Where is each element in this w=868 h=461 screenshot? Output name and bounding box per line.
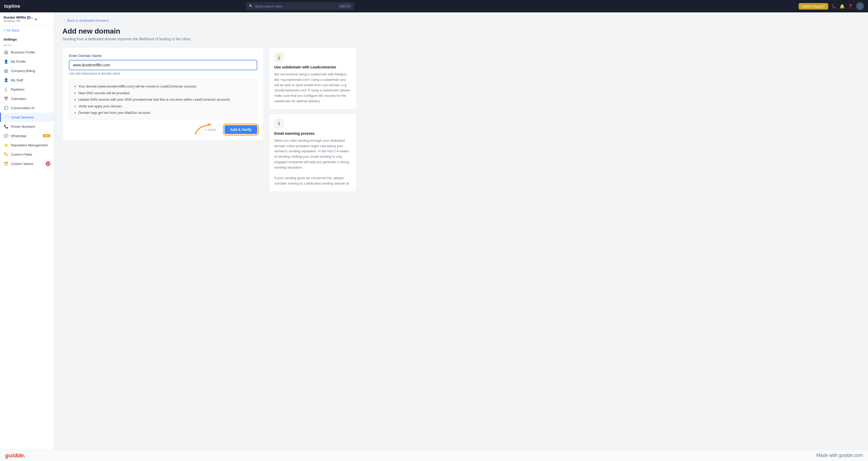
search-placeholder: Quick search here xyxy=(255,4,282,8)
domain-input-label: Enter Domain Name xyxy=(69,54,257,58)
domain-name-input[interactable] xyxy=(69,60,257,70)
sidebar-section-title: Settings xyxy=(0,35,54,42)
search-bar[interactable]: 🔍 Quick search here Ctrl + K xyxy=(246,2,354,10)
phone-icon-button[interactable]: 📞 xyxy=(831,4,837,9)
sidebar-item-label: My Staff xyxy=(11,78,50,82)
sidebar: Dunder Mifflin [D... Scranton, PA < Go B… xyxy=(0,12,54,450)
workspace-location: Scranton, PA xyxy=(4,19,34,23)
previous-button[interactable]: « vious xyxy=(199,125,221,134)
sidebar-item-calendars[interactable]: 📅 Calendars xyxy=(0,94,54,103)
sidebar-item-email-services[interactable]: ✉️ Email Services xyxy=(0,113,54,122)
reputation-management-icon: ⭐ xyxy=(4,143,8,147)
notification-bell-button[interactable]: 🔔 xyxy=(840,4,845,9)
form-layout: Enter Domain Name Use only lowercases in… xyxy=(62,47,860,192)
sidebar-item-pipelines[interactable]: ⣿ Pipelines xyxy=(0,85,54,94)
help-button[interactable]: ❓ xyxy=(848,4,853,9)
info-bullet-5: Domain logs get lost from your MailGun a… xyxy=(79,110,252,115)
sidebar-item-label: Custom Values xyxy=(11,162,43,166)
main-layout: Dunder Mifflin [D... Scranton, PA < Go B… xyxy=(0,12,868,450)
pipelines-icon: ⣿ xyxy=(4,87,8,92)
sidebar-item-whatsapp[interactable]: 💬 WhatsApp beta xyxy=(0,131,54,141)
top-navigation: topline 🔍 Quick search here Ctrl + K top… xyxy=(0,0,868,12)
info-bullet-3: Update DNS records with your DNS provide… xyxy=(79,97,252,102)
custom-values-notification-badge: 13 xyxy=(46,161,50,166)
sidebar-item-label: Phone Numbers xyxy=(11,125,50,128)
page-title: Add new domain xyxy=(62,27,860,35)
domain-form-card: Enter Domain Name Use only lowercases in… xyxy=(62,47,264,141)
whatsapp-beta-badge: beta xyxy=(43,134,50,137)
back-link-label: Back to Dedicated Domains xyxy=(67,19,108,23)
page-subtitle: Sending from a dedicated domain improves… xyxy=(62,37,860,41)
domain-info-list: Your domain [www.dundermifflin.com] will… xyxy=(74,84,252,115)
subdomain-info-body: We recommend using a subdomain with Mail… xyxy=(274,72,351,104)
workspace-selector[interactable]: Dunder Mifflin [D... Scranton, PA xyxy=(0,12,54,26)
sidebar-item-label: Email Services xyxy=(11,115,50,119)
sidebar-item-custom-fields[interactable]: ✏️ Custom Fields xyxy=(0,150,54,159)
business-profile-icon: 🏢 xyxy=(4,50,8,55)
warming-info-title: Email warming process xyxy=(274,131,351,135)
workspace-chevron-icon xyxy=(35,17,37,22)
calendars-icon: 📅 xyxy=(4,96,8,101)
sidebar-item-conversation-ai[interactable]: 💬 Conversation AI xyxy=(0,103,54,113)
domain-input-hint: Use only lowercases in domain name. xyxy=(69,72,257,75)
guidde-logo: guidde. xyxy=(5,452,25,459)
sidebar-item-label: Pipelines xyxy=(11,88,50,91)
warming-info-card: ℹ Email warming process When you start s… xyxy=(269,114,356,192)
lightbulb-icon: 💡 xyxy=(274,53,284,62)
sidebar-item-label: Conversation AI xyxy=(11,106,50,110)
info-bullet-4: Verify and apply your domain. xyxy=(79,104,252,109)
sidebar-item-label: Company Billing xyxy=(11,69,50,73)
sidebar-item-label: Reputation Management xyxy=(11,143,50,147)
custom-fields-icon: ✏️ xyxy=(4,152,8,157)
info-panel: 💡 Use subdomain with Leadconnector We re… xyxy=(269,47,356,192)
sidebar-item-phone-numbers[interactable]: 📞 Phone Numbers xyxy=(0,122,54,131)
subdomain-info-title: Use subdomain with Leadconnector xyxy=(274,65,351,69)
whatsapp-icon: 💬 xyxy=(4,133,8,138)
my-profile-icon: 👤 xyxy=(4,59,8,64)
form-actions: « vious Add & Verify xyxy=(69,125,257,134)
app-logo: topline xyxy=(4,4,20,9)
go-back-link[interactable]: < Go Back xyxy=(0,26,54,35)
sidebar-item-company-billing[interactable]: 🏢 Company Billing xyxy=(0,66,54,75)
custom-values-icon: 🗂️ xyxy=(4,161,8,166)
sidebar-item-label: Business Profile xyxy=(11,50,50,54)
sidebar-item-reputation-management[interactable]: ⭐ Reputation Management xyxy=(0,141,54,150)
sidebar-item-label: WhatsApp xyxy=(11,134,40,138)
info-circle-icon: ℹ xyxy=(274,119,284,128)
back-arrow-icon: ← xyxy=(62,19,66,23)
support-button[interactable]: topline Support xyxy=(799,3,828,9)
my-staff-icon: 👤 xyxy=(4,78,8,82)
sidebar-item-label: Calendars xyxy=(11,97,50,101)
main-content: ← Back to Dedicated Domains Add new doma… xyxy=(54,12,868,450)
add-verify-button[interactable]: Add & Verify xyxy=(224,125,257,134)
workspace-name: Dunder Mifflin [D... xyxy=(4,16,34,19)
user-avatar[interactable]: 👤 xyxy=(856,2,864,10)
info-bullet-2: New DNS records will be provided. xyxy=(79,91,252,96)
company-billing-icon: 🏢 xyxy=(4,68,8,73)
email-services-icon: ✉️ xyxy=(4,115,9,120)
topnav-right: topline Support 📞 🔔 ❓ 👤 xyxy=(799,2,864,10)
search-shortcut: Ctrl + K xyxy=(339,4,351,8)
info-bullet-1: Your domain [www.dundermifflin.com] will… xyxy=(79,84,252,89)
phone-numbers-icon: 📞 xyxy=(4,124,8,129)
sidebar-item-business-profile[interactable]: 🏢 Business Profile xyxy=(0,48,54,57)
sidebar-item-my-staff[interactable]: 👤 My Staff xyxy=(0,75,54,85)
search-icon: 🔍 xyxy=(249,4,253,8)
subdomain-info-card: 💡 Use subdomain with Leadconnector We re… xyxy=(269,47,356,110)
sidebar-item-label: My Profile xyxy=(11,60,50,63)
sidebar-item-custom-values[interactable]: 🗂️ Custom Values 13 xyxy=(0,159,54,168)
sidebar-item-my-profile[interactable]: 👤 My Profile xyxy=(0,57,54,66)
sidebar-apps-label: Apps xyxy=(0,42,54,48)
warming-info-body: When you start sending through your dedi… xyxy=(274,138,351,186)
domain-info-box: Your domain [www.dundermifflin.com] will… xyxy=(69,80,257,120)
content-inner: ← Back to Dedicated Domains Add new doma… xyxy=(62,19,860,192)
footer-text: Made with guidde.com xyxy=(816,453,863,458)
footer-bar: guidde. Made with guidde.com xyxy=(0,450,868,461)
sidebar-item-label: Custom Fields xyxy=(11,153,50,156)
back-to-dedicated-domains-link[interactable]: ← Back to Dedicated Domains xyxy=(62,19,860,23)
conversation-ai-icon: 💬 xyxy=(4,105,8,110)
